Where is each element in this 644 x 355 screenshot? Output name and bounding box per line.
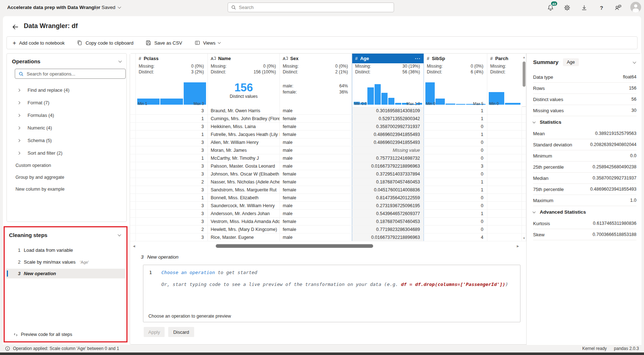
apply-button[interactable]: Apply: [144, 327, 165, 337]
table-row[interactable]: 1McCarthy, Mr. Timothy Jmale0.7577312241…: [130, 154, 526, 162]
category-find-and-replace[interactable]: Find and replace (4): [7, 84, 126, 96]
cleaning-step-2[interactable]: 2 Scale by min/max values 'Age': [6, 257, 125, 267]
group-by-aggregate-link[interactable]: Group by and aggregate: [7, 171, 126, 183]
cell-sibsp: 1: [424, 115, 487, 122]
table-row[interactable]: 3Andersson, Mr. Anders Johanmale0.543964…: [130, 210, 526, 218]
column-header-sex[interactable]: ASex Missing:0 (0%) Distinct:2 (1%) male…: [280, 54, 352, 107]
operations-search[interactable]: [15, 69, 126, 79]
table-row[interactable]: 3Braund, Mr. Owen Harrismale0.3016958814…: [130, 107, 526, 115]
scroll-right-icon[interactable]: ▶: [517, 245, 519, 248]
category-schema[interactable]: Schema (5): [7, 134, 126, 147]
table-row[interactable]: 1Futrelle, Mrs. Jacques Heath (Lily Mafe…: [130, 131, 526, 138]
category-sort-and-filter[interactable]: Sort and filter (2): [7, 147, 126, 159]
column-menu-icon[interactable]: ···: [415, 56, 421, 61]
copy-code-button[interactable]: Copy code to clipboard: [77, 40, 133, 46]
column-header-parch[interactable]: #Parch Missing: Distinct: Min 0: [487, 54, 522, 107]
cell-age: 0.016673792218896963: [352, 233, 424, 241]
table-row[interactable]: 3Allen, Mr. William Henrymale0.486960239…: [130, 138, 526, 146]
cell-pclass: 1: [136, 131, 208, 138]
table-row[interactable]: 1Bonnell, Miss. Elizabethfemale0.8147356…: [130, 194, 526, 202]
custom-operation-link[interactable]: Custom operation: [7, 159, 126, 171]
user-avatar[interactable]: [630, 2, 641, 13]
advanced-statistics-section-header[interactable]: Advanced Statistics: [533, 206, 636, 218]
statistics-section-header[interactable]: Statistics: [533, 116, 636, 128]
stat-row-min: Minimum0.0: [533, 150, 636, 161]
table-row[interactable]: 3Johnson, Mrs. Oscar W (Elisabeth Vilfem…: [130, 170, 526, 178]
operations-title: Operations: [12, 58, 40, 64]
back-button[interactable]: [11, 22, 20, 32]
cell-name: Saundercock, Mr. William Henry: [208, 202, 280, 209]
column-header-sibsp[interactable]: #SibSp Missing:0 (0%) Distinct:6 (4%) Mi…: [424, 54, 487, 107]
discard-button[interactable]: Discard: [168, 327, 194, 337]
summary-row-missing: Missing values30: [533, 105, 636, 116]
cell-sibsp: 3: [424, 162, 487, 170]
cell-sex: male: [280, 162, 352, 170]
cell-parch: [487, 186, 522, 194]
category-numeric[interactable]: Numeric (4): [7, 122, 126, 134]
cell-name: Allen, Mr. William Henry: [208, 138, 280, 146]
table-row[interactable]: 2Hewlett, Mrs. (Mary D Kingcome)female0.…: [130, 226, 526, 233]
scroll-left-icon[interactable]: ◀: [133, 245, 135, 248]
category-formulas[interactable]: Formulas (4): [7, 109, 126, 122]
global-search-input[interactable]: [239, 5, 391, 10]
scroll-down-icon[interactable]: ▼: [523, 237, 526, 240]
vertical-scroll-thumb[interactable]: [523, 62, 526, 87]
chevron-right-icon: [17, 139, 20, 142]
table-row[interactable]: 3Rice, Master. Eugenemale0.0166737922188…: [130, 233, 526, 241]
table-row[interactable]: 3Sandstrom, Miss. Marguerite Rutfemale0.…: [130, 186, 526, 194]
settings-gear-icon[interactable]: [563, 3, 571, 12]
add-code-to-notebook-button[interactable]: + Add code to notebook: [13, 40, 64, 46]
table-row[interactable]: 3Palsson, Master. Gosta Leonardmale0.016…: [130, 162, 526, 170]
vertical-scrollbar[interactable]: ▲ ▼: [522, 54, 526, 241]
cleaning-step-1[interactable]: 1 Load data from variable: [6, 245, 125, 255]
global-search[interactable]: [228, 3, 394, 12]
feedback-icon[interactable]: [614, 3, 622, 12]
table-row[interactable]: 3Vestrom, Miss. Hulda Amanda Adolffemale…: [130, 218, 526, 226]
cell-sex: female: [280, 131, 352, 138]
cell-parch: [487, 170, 522, 178]
toolbar: + Add code to notebook Copy code to clip…: [6, 36, 638, 49]
notifications-button[interactable]: 43: [546, 3, 555, 12]
code-editor[interactable]: 1 Choose an operation to get started Or,…: [143, 265, 520, 322]
cell-name: Cumings, Mrs. John Bradley (Florenc: [208, 115, 280, 122]
text-type-icon: A: [283, 57, 288, 60]
cell-age: 0.3016958814308109: [352, 107, 424, 114]
cell-idx: [130, 123, 136, 130]
cell-sibsp: 1: [424, 210, 487, 217]
sex-category-stats: male:64% female:36%: [280, 83, 352, 95]
cell-idx: [130, 146, 136, 154]
table-row[interactable]: 3Saundercock, Mr. William Henrymale0.273…: [130, 202, 526, 210]
cell-sibsp: 0: [424, 226, 487, 233]
views-button[interactable]: Views: [194, 40, 220, 46]
scroll-up-icon[interactable]: ▲: [523, 56, 526, 59]
table-row[interactable]: 3Heikkinen, Miss. Lainafemale0.358700299…: [130, 123, 526, 131]
cleaning-step-3-active[interactable]: 3 New operation: [6, 269, 125, 278]
cell-sibsp: 0: [424, 146, 487, 154]
column-header-pclass[interactable]: #Pclass Missing:0 (0%) Distinct:3 (2%) M…: [136, 54, 208, 107]
help-icon[interactable]: ?: [597, 3, 606, 12]
horizontal-scroll-thumb[interactable]: [216, 244, 373, 248]
collapse-chevron-icon[interactable]: [118, 59, 122, 63]
operations-search-input[interactable]: [27, 71, 122, 77]
horizontal-scrollbar[interactable]: ◀ ▶: [130, 243, 522, 249]
cell-sibsp: 1: [424, 178, 487, 186]
category-format[interactable]: Format (7): [7, 96, 126, 109]
collapse-chevron-icon[interactable]: [633, 60, 636, 64]
table-row[interactable]: 3Moran, Mr. JamesmaleMissing value0: [130, 146, 526, 154]
download-icon[interactable]: [580, 3, 589, 12]
chevron-down-icon: [533, 210, 536, 213]
cell-idx: [130, 138, 136, 146]
save-as-csv-button[interactable]: Save as CSV: [146, 40, 182, 46]
column-header-name[interactable]: AName Missing:0 (0%) Distinct:156 (100%)…: [208, 54, 280, 107]
saved-status-dropdown[interactable]: Saved: [102, 5, 121, 10]
cell-age: 0.04517600114008836: [352, 186, 424, 194]
column-header-age-selected[interactable]: #Age··· Missing:30 (19%) Distinct:56 (36…: [352, 54, 424, 107]
choose-operation-link[interactable]: Choose an operation: [161, 270, 215, 275]
text-type-icon: A: [211, 57, 216, 60]
new-column-by-example-link[interactable]: New column by example: [7, 183, 126, 195]
cell-age: 0.529713552800342: [352, 115, 424, 122]
preview-code-all-steps-button[interactable]: Preview code for all steps: [13, 332, 72, 337]
table-row[interactable]: 1Cumings, Mrs. John Bradley (Florencfema…: [130, 115, 526, 123]
table-row[interactable]: 2Nasser, Mrs. Nicholas (Adele Achemfemal…: [130, 178, 526, 186]
collapse-chevron-icon[interactable]: [118, 233, 121, 236]
